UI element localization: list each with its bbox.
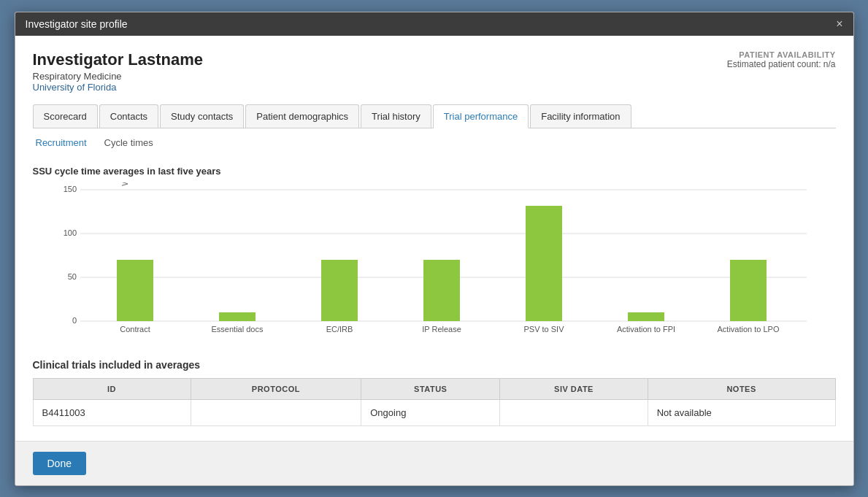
svg-text:Essential docs: Essential docs	[211, 325, 263, 334]
sub-tab-cycle-times[interactable]: Cycle times	[101, 136, 156, 150]
col-header-status: STATUS	[361, 378, 500, 399]
tab-trial-history[interactable]: Trial history	[361, 104, 431, 128]
cell-protocol	[191, 399, 361, 425]
table-row: B4411003 Ongoing Not available	[33, 399, 835, 425]
sub-tab-bar: Recruitment Cycle times	[33, 128, 836, 153]
bar-psv-to-siv	[526, 206, 562, 321]
tab-trial-performance[interactable]: Trial performance	[433, 104, 529, 128]
bar-activation-to-fpi	[628, 312, 664, 321]
col-header-id: ID	[33, 378, 191, 399]
investigator-info: Investigator Lastname Respiratory Medici…	[33, 50, 204, 93]
clinical-trials-title: Clinical trials included in averages	[33, 359, 836, 371]
bar-contract	[117, 260, 153, 321]
bar-ec-irb	[321, 260, 358, 321]
trials-table: ID PROTOCOL STATUS SIV DATE NOTES B44110…	[33, 378, 836, 426]
investigator-site-profile-modal: Investigator site profile × Investigator…	[15, 12, 854, 486]
cell-notes: Not available	[648, 399, 835, 425]
svg-text:Weeks: Weeks	[120, 182, 129, 186]
tab-contacts[interactable]: Contacts	[99, 104, 158, 128]
patient-availability-value: Estimated patient count: n/a	[727, 59, 836, 69]
svg-text:150: 150	[63, 185, 76, 193]
patient-availability-section: PATIENT AVAILABILITY Estimated patient c…	[727, 50, 836, 69]
svg-text:0: 0	[72, 316, 76, 325]
modal-header: Investigator site profile ×	[15, 12, 853, 36]
svg-text:50: 50	[67, 272, 76, 281]
svg-text:Contract: Contract	[120, 325, 150, 334]
bar-ip-release	[423, 260, 460, 321]
chart-title: SSU cycle time averages in last five yea…	[33, 166, 836, 177]
investigator-university: University of Florida	[33, 82, 204, 93]
col-header-notes: NOTES	[648, 378, 835, 399]
close-button[interactable]: ×	[836, 18, 842, 30]
table-header-row: ID PROTOCOL STATUS SIV DATE NOTES	[33, 378, 835, 399]
col-header-protocol: PROTOCOL	[191, 378, 361, 399]
bar-chart: Weeks 0 50 100 150	[47, 182, 821, 336]
chart-area: SSU cycle time averages in last five yea…	[33, 153, 836, 344]
investigator-name: Investigator Lastname	[33, 50, 204, 69]
patient-availability-label: PATIENT AVAILABILITY	[727, 50, 836, 59]
tab-patient-demographics[interactable]: Patient demographics	[245, 104, 359, 128]
profile-top: Investigator Lastname Respiratory Medici…	[33, 50, 836, 93]
tab-bar: Scorecard Contacts Study contacts Patien…	[33, 104, 836, 128]
modal-overlay: Investigator site profile × Investigator…	[0, 0, 868, 497]
svg-text:IP Release: IP Release	[422, 325, 461, 334]
svg-text:Activation to FPI: Activation to FPI	[616, 325, 675, 334]
svg-text:EC/IRB: EC/IRB	[326, 325, 353, 334]
cell-siv-date	[500, 399, 648, 425]
done-button[interactable]: Done	[33, 452, 86, 475]
cell-status: Ongoing	[361, 399, 500, 425]
tab-scorecard[interactable]: Scorecard	[33, 104, 98, 128]
bar-essential-docs	[219, 312, 256, 321]
tab-facility-information[interactable]: Facility information	[530, 104, 631, 128]
cell-id: B4411003	[33, 399, 191, 425]
investigator-department: Respiratory Medicine	[33, 71, 204, 82]
svg-text:PSV to SIV: PSV to SIV	[523, 325, 564, 334]
svg-text:100: 100	[63, 228, 76, 237]
tab-study-contacts[interactable]: Study contacts	[160, 104, 244, 128]
svg-text:Activation to LPO: Activation to LPO	[717, 325, 779, 334]
modal-title: Investigator site profile	[26, 18, 128, 30]
bar-activation-to-lpo	[730, 260, 767, 321]
sub-tab-recruitment[interactable]: Recruitment	[33, 136, 90, 150]
clinical-trials-section: Clinical trials included in averages ID …	[33, 359, 836, 426]
modal-body: Investigator Lastname Respiratory Medici…	[15, 36, 853, 441]
modal-footer: Done	[15, 441, 853, 485]
col-header-siv-date: SIV DATE	[500, 378, 648, 399]
